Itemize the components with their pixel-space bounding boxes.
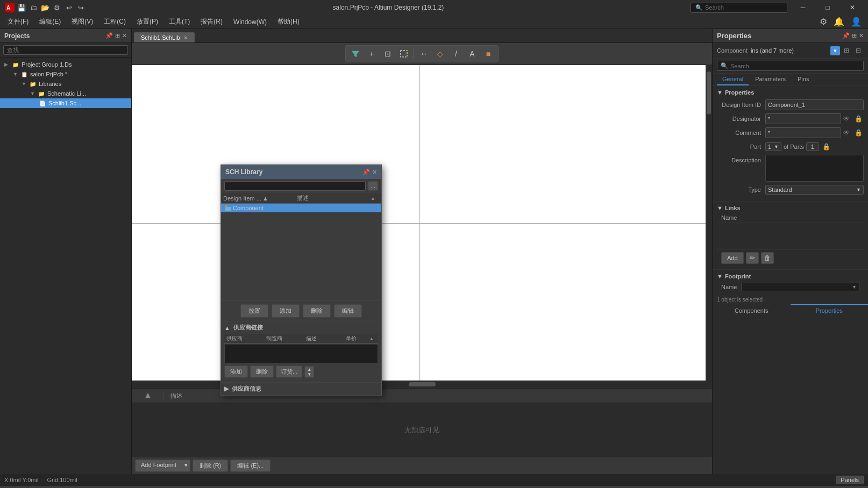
- properties-pin-icon[interactable]: 📌: [842, 32, 850, 39]
- dialog-col-desc[interactable]: 描述: [297, 194, 371, 202]
- tab-components[interactable]: Components: [713, 304, 791, 316]
- edit-component-button[interactable]: 编辑: [334, 304, 362, 318]
- properties-close-icon[interactable]: ✕: [859, 32, 864, 39]
- horizontal-scrollbar[interactable]: [132, 381, 712, 388]
- pin-panel-icon[interactable]: ⊞: [115, 32, 120, 39]
- minimize-button[interactable]: ─: [792, 0, 814, 15]
- delete-footprint-button[interactable]: 删除 (R): [193, 460, 228, 472]
- select2-tool-button[interactable]: [396, 47, 411, 61]
- tree-item-project-group[interactable]: ▶ 📁 Project Group 1.Ds: [0, 60, 131, 69]
- supplier-section-header[interactable]: ▲ 供应商链接: [224, 324, 378, 332]
- of-parts-value[interactable]: 1: [806, 142, 819, 151]
- dialog-more-button[interactable]: ...: [368, 181, 378, 191]
- collapse-icon[interactable]: [132, 392, 164, 399]
- menu-project[interactable]: 工程(C): [98, 16, 131, 27]
- menu-reports[interactable]: 报告(R): [195, 16, 228, 27]
- copy-icon[interactable]: ⊞: [841, 45, 852, 56]
- tab-pins[interactable]: Pins: [792, 74, 814, 85]
- add-footprint-dropdown-button[interactable]: ▾: [182, 460, 190, 472]
- design-item-id-input[interactable]: Component_1: [765, 99, 864, 110]
- links-add-button[interactable]: Add: [721, 252, 744, 264]
- pin-panel-button[interactable]: 📌: [105, 32, 113, 39]
- notifications-bell-icon[interactable]: 🔔: [834, 17, 844, 27]
- close-panel-button[interactable]: ✕: [122, 32, 127, 39]
- vertical-scrollbar-thumb[interactable]: [707, 71, 711, 114]
- comment-input[interactable]: *: [765, 127, 841, 138]
- supplier-info-header[interactable]: ▶ 供应商信息: [224, 385, 378, 393]
- menu-window[interactable]: Window(W): [228, 17, 272, 27]
- undo-icon[interactable]: ↩: [63, 2, 74, 13]
- select-tool-button[interactable]: ⊡: [380, 47, 395, 61]
- user-account-icon[interactable]: 👤: [851, 17, 862, 27]
- tab-properties[interactable]: Properties: [791, 304, 869, 316]
- menu-help[interactable]: 帮助(H): [272, 16, 305, 27]
- footprint-name-input[interactable]: ▼: [741, 283, 859, 291]
- section-properties-header[interactable]: ▼ Properties: [717, 89, 864, 96]
- links-section-header[interactable]: ▼ Links: [717, 205, 864, 211]
- close-button[interactable]: ✕: [841, 0, 864, 15]
- menu-edit[interactable]: 编辑(E): [34, 16, 66, 27]
- comment-eye-icon[interactable]: 👁: [841, 127, 852, 138]
- part-lock-icon[interactable]: 🔒: [821, 141, 832, 152]
- rect-tool-button[interactable]: ■: [481, 47, 496, 61]
- delete-component-button[interactable]: 删除: [303, 304, 331, 318]
- settings-icon[interactable]: ⚙: [52, 2, 62, 13]
- save-all-icon[interactable]: 🗂: [28, 2, 39, 13]
- paste-icon[interactable]: ⊟: [853, 45, 864, 56]
- title-search-input[interactable]: [705, 4, 780, 11]
- properties-pin2-icon[interactable]: ⊞: [852, 32, 857, 39]
- menu-view[interactable]: 视图(V): [66, 16, 98, 27]
- tab-general[interactable]: General: [717, 74, 749, 85]
- menu-file[interactable]: 文件(F): [2, 16, 34, 27]
- supplier-reorder-button[interactable]: ▲ ▼: [304, 366, 314, 378]
- line-tool-button[interactable]: /: [449, 47, 464, 61]
- place-button[interactable]: 放置: [240, 304, 268, 318]
- menu-tools[interactable]: 工具(T): [163, 16, 195, 27]
- part-select[interactable]: 1 ▼: [765, 142, 781, 151]
- dialog-col-designitem[interactable]: Design Item ... ▲: [223, 194, 297, 202]
- description-input[interactable]: [765, 155, 864, 182]
- diamond-tool-button[interactable]: ◇: [432, 47, 447, 61]
- horizontal-scrollbar-thumb[interactable]: [409, 382, 436, 386]
- supplier-delete-button[interactable]: 删除: [250, 365, 274, 378]
- tree-item-libraries[interactable]: ▼ 📁 Libraries: [0, 79, 131, 89]
- edit-footprint-button[interactable]: 编辑 (E)...: [230, 460, 271, 472]
- add-tool-button[interactable]: +: [364, 47, 379, 61]
- menu-place[interactable]: 放置(P): [131, 16, 163, 27]
- properties-search-input[interactable]: [730, 63, 860, 69]
- maximize-button[interactable]: □: [816, 0, 839, 15]
- supplier-add-button[interactable]: 添加: [224, 365, 248, 378]
- redo-icon[interactable]: ↪: [75, 2, 86, 13]
- designator-input[interactable]: *: [765, 113, 841, 124]
- project-search-input[interactable]: [3, 45, 128, 55]
- save-icon[interactable]: 💾: [16, 2, 27, 13]
- type-select[interactable]: Standard ▼: [765, 185, 864, 195]
- settings-gear-icon[interactable]: ⚙: [820, 17, 827, 27]
- tree-item-project[interactable]: ▼ 📋 salon.PrjPcb *: [0, 69, 131, 79]
- dialog-close-button[interactable]: ✕: [372, 169, 377, 176]
- supplier-scroll-icon[interactable]: ▲: [367, 335, 376, 342]
- dialog-search-input[interactable]: [224, 181, 366, 191]
- tab-close-icon[interactable]: ✕: [183, 35, 188, 41]
- tree-item-schematic-lib[interactable]: ▼ 📁 Schematic Li...: [0, 89, 131, 98]
- text-tool-button[interactable]: A: [465, 47, 480, 61]
- tab-parameters[interactable]: Parameters: [750, 74, 791, 85]
- scroll-up-button[interactable]: ▲: [371, 194, 379, 202]
- dialog-row-component[interactable]: Component: [221, 204, 381, 212]
- canvas[interactable]: [132, 65, 706, 381]
- comment-lock-icon[interactable]: 🔒: [853, 127, 864, 138]
- links-edit-icon[interactable]: ✏: [746, 252, 759, 264]
- title-search-box[interactable]: 🔍: [691, 3, 787, 13]
- tree-item-schlib1[interactable]: 📄 Schlib1.Sc...: [0, 98, 131, 108]
- footprint-section-header[interactable]: ▼ Footprint: [717, 273, 864, 279]
- add-footprint-button[interactable]: Add Footprint: [135, 460, 182, 472]
- links-delete-icon[interactable]: 🗑: [761, 252, 774, 264]
- dialog-pin-button[interactable]: 📌: [362, 169, 370, 176]
- tab-schlib1[interactable]: Schlib1.SchLib ✕: [134, 32, 195, 42]
- supplier-order-button[interactable]: 订货...: [276, 365, 302, 378]
- panels-button[interactable]: Panels: [836, 476, 864, 484]
- vertical-scrollbar[interactable]: [706, 65, 712, 381]
- add-component-button[interactable]: 添加: [272, 304, 300, 318]
- open-icon[interactable]: 📂: [40, 2, 51, 13]
- filter-button[interactable]: ▾: [830, 46, 840, 55]
